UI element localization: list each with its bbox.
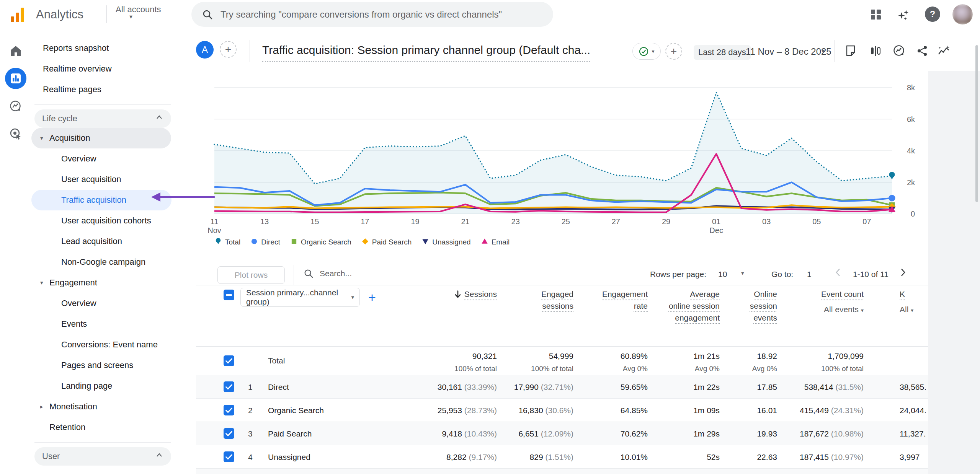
- nav-section-user[interactable]: User: [34, 447, 171, 466]
- sparkline-insights-icon[interactable]: [937, 44, 951, 58]
- analytics-logo-icon[interactable]: [10, 6, 26, 22]
- sidebar-item-realtime-overview[interactable]: Realtime overview: [31, 59, 174, 79]
- caret-down-icon: ▾: [351, 294, 354, 301]
- add-report-icon[interactable]: +: [665, 43, 682, 60]
- cell-value: 829: [530, 453, 543, 461]
- legend-item-direct: Direct: [250, 237, 280, 247]
- add-workspace-icon[interactable]: +: [220, 41, 237, 58]
- sidebar-item-lead-acquisition[interactable]: Lead acquisition: [31, 231, 174, 252]
- caret-down-icon: ▾: [652, 48, 654, 54]
- table-search-input[interactable]: [319, 269, 481, 279]
- insights-icon[interactable]: [893, 44, 906, 58]
- sidebar-item-pages-and-screens[interactable]: Pages and screens: [31, 355, 174, 376]
- rows-per-page-select[interactable]: 10: [718, 270, 727, 279]
- help-icon[interactable]: ?: [925, 7, 940, 22]
- next-page-icon[interactable]: [897, 267, 908, 280]
- workspace-avatar[interactable]: A: [196, 41, 214, 59]
- sidebar-item-label: Non-Google campaign: [61, 257, 145, 267]
- divider: [106, 5, 107, 23]
- legend-item-unassigned: Unassigned: [421, 237, 470, 247]
- sidebar-item-label: Traffic acquisition: [61, 195, 126, 205]
- legend-marker-triangle-down: [421, 237, 429, 247]
- go-to-input[interactable]: 1: [807, 270, 812, 279]
- date-range[interactable]: 11 Nov – 8 Dec 2025: [746, 46, 831, 57]
- comparison-icon[interactable]: [869, 44, 883, 58]
- advertising-icon[interactable]: [0, 127, 31, 140]
- sidebar-item-landing-page[interactable]: Landing page: [31, 376, 174, 396]
- search-icon: [304, 269, 314, 279]
- avatar[interactable]: [952, 4, 973, 24]
- sidebar-item-overview[interactable]: Overview: [31, 293, 174, 314]
- metric-cell: 22.63: [678, 453, 777, 462]
- report-approved-badge[interactable]: ▾: [632, 43, 661, 60]
- row-checkbox[interactable]: [224, 381, 234, 394]
- table-row-organic-search: 2Organic Search25,953 (28.73%)16,830 (30…: [196, 398, 928, 422]
- plot-rows-button[interactable]: Plot rows: [217, 266, 285, 284]
- metric-cell: 187,415 (10.97%): [764, 453, 864, 462]
- y-tick-8k: 8k: [898, 83, 915, 92]
- column-header-online-session-events[interactable]: Online session events: [681, 288, 777, 324]
- report-title[interactable]: Traffic acquisition: Session primary cha…: [262, 44, 590, 62]
- sidebar-item-overview[interactable]: Overview: [31, 148, 174, 169]
- x-tick-29: 29: [653, 217, 679, 226]
- search-input[interactable]: [220, 9, 543, 20]
- notes-icon[interactable]: [844, 44, 858, 58]
- sidebar-item-user-acquisition[interactable]: User acquisition: [31, 169, 174, 190]
- account-switcher[interactable]: All accounts: [116, 5, 161, 15]
- nav-group-engagement[interactable]: ▾Engagement: [31, 272, 174, 293]
- row-checkbox[interactable]: [224, 405, 234, 417]
- divider: [294, 265, 294, 285]
- sidebar-item-label: Realtime pages: [43, 85, 101, 94]
- nav-section-life-cycle[interactable]: Life cycle: [34, 109, 171, 128]
- column-header-event-count[interactable]: Event countAll events ▾: [768, 288, 864, 316]
- pagination-range: 1-10 of 11: [853, 270, 889, 279]
- reports-icon[interactable]: [0, 68, 31, 89]
- cell-value: 17,990: [514, 383, 539, 391]
- cell-value: 538,414: [804, 383, 833, 391]
- sidebar-item-non-google-campaign[interactable]: Non-Google campaign: [31, 252, 174, 272]
- marker-triangle-down: [423, 239, 428, 244]
- nav-group-acquisition[interactable]: ▾Acquisition: [31, 128, 171, 148]
- x-tick-13: 13: [251, 217, 278, 226]
- explore-icon[interactable]: [0, 100, 31, 113]
- home-icon[interactable]: [0, 45, 31, 57]
- sidebar-item-events[interactable]: Events: [31, 314, 174, 334]
- x-tick-27: 27: [603, 217, 629, 226]
- section-label: Life cycle: [42, 114, 77, 124]
- caret-down-icon[interactable]: ▾: [822, 47, 825, 55]
- caret-down-icon[interactable]: ▾: [741, 270, 744, 277]
- row-checkbox[interactable]: [224, 355, 234, 368]
- sidebar-item-conversions-event-name[interactable]: Conversions: Event name: [31, 334, 174, 355]
- row-checkbox[interactable]: [224, 428, 234, 440]
- legend-label: Unassigned: [432, 238, 470, 246]
- cell-percent: (24.31%): [829, 406, 864, 415]
- column-header-key-events[interactable]: KAll ▾: [900, 288, 928, 316]
- legend-label: Email: [492, 238, 510, 246]
- ga4-app: Analytics All accounts ▾ ?: [0, 0, 980, 474]
- dimension-selector[interactable]: Session primary...channel group) ▾: [240, 288, 360, 307]
- row-checkbox[interactable]: [224, 451, 234, 464]
- prev-page-icon[interactable]: [833, 267, 844, 280]
- scrollbar[interactable]: [975, 45, 978, 202]
- x-tick-01: 01Dec: [703, 217, 730, 235]
- date-preset-badge[interactable]: Last 28 days: [694, 45, 751, 60]
- table-row-total: Total90,321100% of total54,999100% of to…: [196, 346, 928, 375]
- share-icon[interactable]: [916, 44, 929, 58]
- chart-legend: TotalDirectOrganic SearchPaid SearchUnas…: [214, 237, 510, 247]
- sidebar-item-label: Realtime overview: [43, 64, 112, 74]
- sidebar-item-reports-snapshot[interactable]: Reports snapshot: [31, 38, 174, 59]
- sidebar-item-realtime-pages[interactable]: Realtime pages: [31, 79, 174, 100]
- caret-down-icon[interactable]: ▾: [129, 13, 132, 20]
- search-icon: [202, 9, 213, 20]
- sidebar-item-user-acquisition-cohorts[interactable]: User acquisition cohorts: [31, 210, 174, 231]
- nav-group-monetisation[interactable]: ▸Monetisation: [31, 396, 174, 417]
- global-search[interactable]: [191, 2, 553, 27]
- legend-item-email: Email: [481, 237, 510, 247]
- sidebar-item-traffic-acquisition[interactable]: Traffic acquisition: [31, 190, 172, 210]
- add-dimension-icon[interactable]: +: [368, 290, 376, 305]
- gemini-sparkle-icon[interactable]: [896, 7, 911, 22]
- apps-grid-icon[interactable]: [868, 7, 884, 22]
- nav-group-retention[interactable]: Retention: [31, 417, 174, 438]
- select-all-checkbox[interactable]: [224, 290, 234, 302]
- cell-subvalue: 100% of total: [764, 365, 864, 373]
